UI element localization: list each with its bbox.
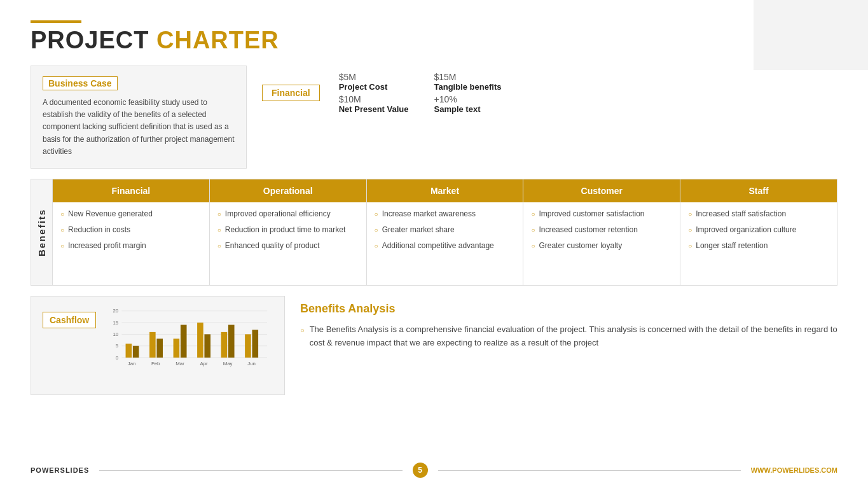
bullet-icon: ○	[375, 242, 378, 251]
business-case-box: Business Case A documented economic feas…	[31, 66, 247, 169]
cashflow-label: Cashflow	[43, 312, 96, 328]
cashflow-box: Cashflow 20 15 10 5 0	[31, 296, 285, 395]
svg-text:Apr: Apr	[200, 361, 209, 366]
benefit-col-staff: Staff ○Increased staff satisfaction ○Imp…	[680, 179, 837, 285]
benefit-header-operational: Operational	[210, 179, 366, 202]
chart-area: 20 15 10 5 0	[106, 305, 273, 386]
financial-label: Financial	[262, 85, 320, 101]
benefit-items-market: ○Increase market awareness ○Greater mark…	[367, 202, 523, 285]
financial-data: $5M Project Cost $15M Tangible benefits …	[339, 72, 504, 114]
benefit-col-market: Market ○Increase market awareness ○Great…	[366, 179, 523, 285]
bullet-icon: ○	[60, 210, 64, 219]
ba-text: The Benefits Analysis is a comprehensive…	[310, 323, 837, 350]
list-item: ○Improved operational efficiency	[217, 209, 359, 220]
benefit-header-market: Market	[367, 179, 523, 202]
bullet-icon: ○	[688, 226, 692, 235]
bar	[181, 324, 187, 357]
list-item: ○Greater customer loyalty	[531, 241, 672, 251]
footer: POWERSLIDES 5 WWW.POWERLIDES.COM	[31, 463, 837, 478]
title-project: PROJECT	[31, 27, 149, 53]
footer-line-left	[99, 470, 402, 471]
bullet-icon: ○	[217, 210, 221, 219]
ba-bullet-icon: ○	[300, 325, 305, 350]
benefit-col-operational: Operational ○Improved operational effici…	[209, 179, 366, 285]
title-area: PROJECT CHARTER	[31, 20, 837, 54]
svg-text:Jan: Jan	[128, 361, 136, 366]
bar	[149, 332, 156, 358]
title-bar	[31, 20, 81, 23]
svg-text:Jun: Jun	[248, 361, 256, 366]
bullet-icon: ○	[531, 226, 535, 235]
bottom-grid: Cashflow 20 15 10 5 0	[31, 296, 837, 395]
svg-text:May: May	[223, 361, 233, 366]
financial-section: Financial $5M Project Cost $15M Tangible…	[262, 66, 837, 169]
bar	[252, 330, 259, 358]
benefit-items-operational: ○Improved operational efficiency ○Reduct…	[210, 202, 366, 285]
svg-text:5: 5	[116, 343, 119, 349]
bullet-icon: ○	[375, 210, 378, 219]
list-item: ○New Revenue generated	[60, 209, 202, 220]
cashflow-chart: 20 15 10 5 0	[106, 305, 273, 383]
benefits-analysis-box: Benefits Analysis ○ The Benefits Analysi…	[300, 296, 837, 395]
list-item: ○Longer staff retention	[688, 241, 829, 251]
ba-item: ○ The Benefits Analysis is a comprehensi…	[300, 323, 837, 350]
bullet-icon: ○	[531, 242, 535, 251]
footer-brand: POWERSLIDES	[31, 466, 89, 474]
benefits-section: Benefits Financial ○New Revenue generate…	[31, 179, 837, 286]
business-case-title: Business Case	[43, 76, 118, 90]
page-title: PROJECT CHARTER	[31, 27, 837, 54]
svg-text:10: 10	[113, 331, 119, 337]
bullet-icon: ○	[60, 242, 64, 251]
financial-amount-2: $15M Tangible benefits	[434, 72, 504, 92]
business-case-text: A documented economic feasibility study …	[43, 97, 235, 158]
page: PROJECT CHARTER Business Case A document…	[0, 0, 868, 488]
list-item: ○Enhanced quality of product	[217, 241, 359, 251]
list-item: ○Increased staff satisfaction	[688, 209, 829, 220]
bar	[197, 323, 203, 358]
svg-text:Feb: Feb	[151, 361, 160, 366]
benefit-items-customer: ○Improved customer satisfaction ○Increas…	[523, 202, 680, 285]
benefit-col-customer: Customer ○Improved customer satisfaction…	[523, 179, 680, 285]
list-item: ○Increase market awareness	[375, 209, 516, 220]
ba-title: Benefits Analysis	[300, 302, 837, 316]
financial-amount-4: +10% Sample text	[434, 94, 504, 114]
svg-text:0: 0	[116, 355, 119, 361]
benefits-label: Benefits	[31, 179, 52, 285]
bar	[228, 324, 235, 357]
bar	[157, 338, 163, 358]
svg-text:Mar: Mar	[176, 361, 185, 366]
main-grid: Business Case A documented economic feas…	[31, 66, 837, 169]
bar	[221, 332, 228, 358]
list-item: ○Greater market share	[375, 225, 516, 235]
footer-line-right	[438, 470, 741, 471]
list-item: ○Additional competitive advantage	[375, 241, 516, 251]
benefit-items-financial: ○New Revenue generated ○Reduction in cos…	[53, 202, 209, 285]
bullet-icon: ○	[688, 210, 692, 219]
list-item: ○Reduction in costs	[60, 225, 202, 235]
bar	[126, 344, 132, 358]
bullet-icon: ○	[217, 242, 221, 251]
bar	[245, 334, 251, 358]
deco-box	[754, 0, 868, 70]
svg-text:15: 15	[113, 320, 119, 326]
bar	[133, 346, 139, 358]
bullet-icon: ○	[531, 210, 535, 219]
bullet-icon: ○	[375, 226, 378, 235]
benefit-col-financial: Financial ○New Revenue generated ○Reduct…	[52, 179, 209, 285]
svg-text:20: 20	[113, 308, 119, 314]
list-item: ○Improved customer satisfaction	[531, 209, 672, 220]
bar	[205, 334, 211, 358]
benefit-header-staff: Staff	[680, 179, 837, 202]
benefits-grid: Financial ○New Revenue generated ○Reduct…	[52, 179, 837, 285]
financial-amount-1: $5M Project Cost	[339, 72, 409, 92]
title-charter: CHARTER	[156, 27, 279, 53]
benefit-header-customer: Customer	[523, 179, 680, 202]
benefit-items-staff: ○Increased staff satisfaction ○Improved …	[680, 202, 837, 285]
benefit-header-financial: Financial	[53, 179, 209, 202]
bar	[174, 338, 180, 358]
list-item: ○Increased profit margin	[60, 241, 202, 251]
list-item: ○Improved organization culture	[688, 225, 829, 235]
list-item: ○Reduction in product time to market	[217, 225, 359, 235]
footer-page: 5	[413, 463, 428, 478]
bullet-icon: ○	[688, 242, 692, 251]
